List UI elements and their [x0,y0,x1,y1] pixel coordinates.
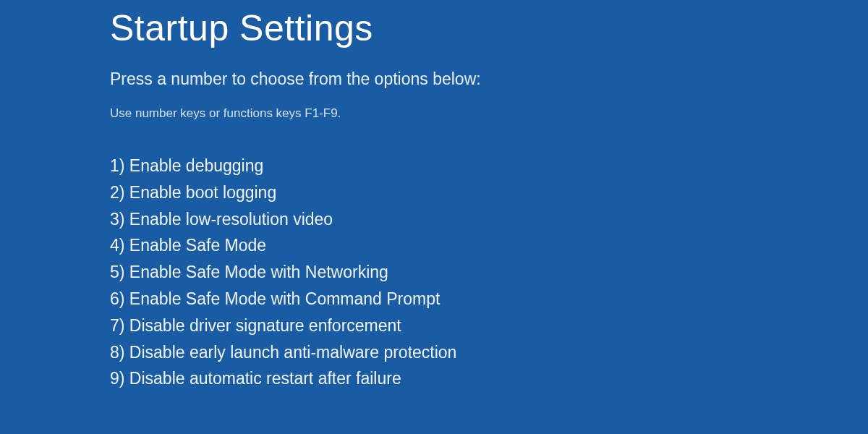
option-label: Disable automatic restart after failure [129,369,401,388]
option-number: 5 [110,263,119,281]
option-enable-boot-logging[interactable]: 2) Enable boot logging [110,179,868,206]
option-number: 9 [110,369,119,388]
option-enable-safe-mode-command-prompt[interactable]: 6) Enable Safe Mode with Command Prompt [110,286,868,312]
option-disable-early-launch-anti-malware[interactable]: 8) Disable early launch anti-malware pro… [110,339,868,366]
option-number: 2 [110,183,119,202]
option-number: 1 [110,156,119,175]
option-number: 7 [110,316,119,335]
option-enable-safe-mode[interactable]: 4) Enable Safe Mode [110,232,868,259]
option-number: 6 [110,289,119,308]
hint-text: Use number keys or functions keys F1-F9. [110,106,868,121]
option-number: 8 [110,343,119,362]
option-number: 3 [110,210,119,229]
option-number: 4 [110,236,119,255]
instruction-text: Press a number to choose from the option… [110,69,868,89]
option-label: Enable debugging [129,156,263,175]
option-label: Enable Safe Mode with Networking [129,263,388,281]
option-disable-automatic-restart[interactable]: 9) Disable automatic restart after failu… [110,365,868,392]
option-label: Enable boot logging [129,183,276,202]
options-list: 1) Enable debugging 2) Enable boot loggi… [110,153,868,392]
option-label: Enable low-resolution video [129,210,333,229]
option-label: Disable driver signature enforcement [129,316,401,335]
option-label: Enable Safe Mode with Command Prompt [129,289,441,308]
option-disable-driver-signature-enforcement[interactable]: 7) Disable driver signature enforcement [110,312,868,339]
option-label: Enable Safe Mode [129,236,266,255]
option-label: Disable early launch anti-malware protec… [129,343,457,362]
option-enable-safe-mode-networking[interactable]: 5) Enable Safe Mode with Networking [110,259,868,286]
option-enable-low-resolution-video[interactable]: 3) Enable low-resolution video [110,206,868,233]
page-title: Startup Settings [110,7,868,49]
option-enable-debugging[interactable]: 1) Enable debugging [110,153,868,179]
